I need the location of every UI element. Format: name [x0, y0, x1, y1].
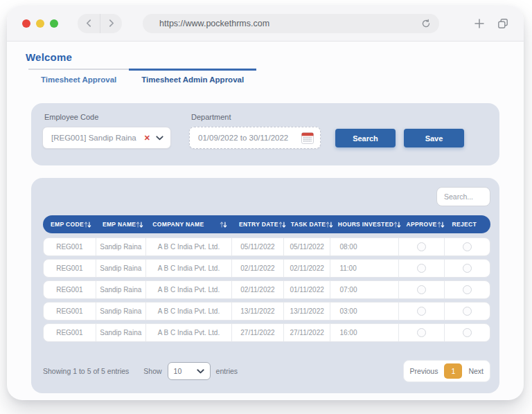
calendar-icon[interactable]: [301, 132, 314, 144]
approve-radio[interactable]: [417, 328, 426, 337]
hours-invested-cell: 16:00: [330, 324, 398, 341]
page-content: Welcome Timesheet Approval Timesheet Adm…: [7, 51, 524, 393]
save-button[interactable]: Save: [404, 129, 464, 147]
sort-icon[interactable]: [84, 221, 91, 228]
back-icon[interactable]: [78, 14, 100, 33]
emp-code-cell: REG001: [44, 324, 96, 341]
new-tab-icon[interactable]: [474, 18, 485, 29]
sort-icon[interactable]: [220, 221, 227, 228]
company-name-cell: A B C India Pvt. Ltd.: [145, 238, 231, 255]
address-bar[interactable]: https://www.pockethrms.com: [143, 14, 439, 33]
browser-window: https://www.pockethrms.com Welcome: [7, 6, 524, 400]
pagination: Previous 1 Next: [403, 360, 490, 382]
hours-invested-cell: 11:00: [330, 260, 398, 277]
column-header[interactable]: TASK DATE: [283, 221, 330, 228]
approve-cell: [398, 303, 444, 320]
column-header[interactable]: COMPANY NAME: [145, 221, 231, 228]
employee-code-label: Employee Code: [44, 113, 171, 121]
entry-date-cell: 13/11/2022: [231, 303, 283, 320]
tab-overview-icon[interactable]: [497, 18, 508, 29]
emp-code-cell: REG001: [44, 303, 96, 320]
emp-name-cell: Sandip Raina: [96, 303, 145, 320]
column-header[interactable]: EMP NAME: [95, 221, 145, 228]
clear-selection-icon[interactable]: ✕: [144, 134, 150, 143]
maximize-window-icon[interactable]: [50, 19, 58, 28]
emp-name-cell: Sandip Raina: [96, 324, 145, 341]
next-page-button[interactable]: Next: [468, 367, 484, 375]
column-header[interactable]: HOURS INVESTED: [330, 221, 399, 228]
table-row: REG001 Sandip Raina A B C India Pvt. Ltd…: [43, 323, 490, 342]
sort-icon[interactable]: [437, 221, 445, 228]
table-panel: EMP CODE EMP NAME: [31, 178, 499, 393]
reject-cell: [444, 238, 490, 255]
filter-panel: Employee Code [REG001] Sandip Raina ✕ De…: [31, 103, 499, 165]
table-header-row: EMP CODE EMP NAME: [43, 215, 490, 233]
entry-date-cell: 05/11/2022: [231, 238, 283, 255]
emp-code-cell: REG001: [44, 238, 96, 255]
showing-entries-text: Showing 1 to 5 of 5 entries: [43, 367, 129, 375]
approve-cell: [398, 324, 444, 341]
column-header[interactable]: ENTRY DATE: [231, 221, 283, 228]
chevron-down-icon: [197, 369, 204, 374]
reject-cell: [444, 324, 490, 341]
approve-cell: [398, 281, 444, 298]
task-date-cell: 13/11/2022: [283, 303, 330, 320]
table-row: REG001 Sandip Raina A B C India Pvt. Ltd…: [43, 302, 490, 321]
employee-code-select[interactable]: [REG001] Sandip Raina ✕: [42, 127, 171, 149]
column-header[interactable]: APPROVE: [399, 221, 445, 228]
department-field-group: Department 01/09/2022 to 30/11/2022: [189, 113, 321, 149]
reject-radio[interactable]: [463, 242, 472, 251]
hours-invested-cell: 03:00: [330, 303, 398, 320]
reject-cell: [444, 260, 490, 277]
column-header[interactable]: EMP CODE: [43, 221, 95, 228]
hours-invested-cell: 07:00: [330, 281, 398, 298]
forward-icon[interactable]: [100, 14, 122, 33]
column-header[interactable]: REJECT: [444, 221, 490, 228]
page-size-select[interactable]: 10: [168, 362, 211, 380]
tab-bar: Timesheet Approval Timesheet Admin Appro…: [28, 69, 506, 84]
task-date-cell: 27/11/2022: [283, 324, 330, 341]
browser-actions: [474, 18, 508, 29]
date-range-value: 01/09/2022 to 30/11/2022: [198, 134, 288, 142]
refresh-icon[interactable]: [421, 19, 431, 28]
emp-code-cell: REG001: [44, 260, 96, 277]
sort-icon[interactable]: [136, 221, 143, 228]
emp-name-cell: Sandip Raina: [96, 281, 145, 298]
reject-radio[interactable]: [463, 285, 472, 294]
browser-toolbar: https://www.pockethrms.com: [7, 6, 524, 42]
approve-radio[interactable]: [417, 242, 426, 251]
emp-name-cell: Sandip Raina: [96, 238, 145, 255]
tab-timesheet-approval[interactable]: Timesheet Approval: [28, 69, 129, 84]
close-window-icon[interactable]: [22, 19, 30, 28]
table-search-input[interactable]: [436, 187, 490, 206]
entry-date-cell: 27/11/2022: [231, 324, 283, 341]
entry-date-cell: 02/11/2022: [231, 281, 283, 298]
employee-code-value: [REG001] Sandip Raina: [51, 134, 136, 142]
company-name-cell: A B C India Pvt. Ltd.: [145, 260, 231, 277]
reject-cell: [444, 281, 490, 298]
entries-label: entries: [216, 367, 238, 375]
table-footer: Showing 1 to 5 of 5 entries Show 10 entr…: [43, 360, 490, 382]
reject-radio[interactable]: [463, 328, 472, 337]
reject-radio[interactable]: [463, 264, 472, 273]
search-button[interactable]: Search: [335, 129, 396, 147]
current-page-button[interactable]: 1: [444, 363, 462, 379]
approve-radio[interactable]: [417, 285, 426, 294]
department-label: Department: [191, 113, 321, 121]
previous-page-button[interactable]: Previous: [410, 367, 438, 375]
page-title: Welcome: [26, 51, 506, 63]
emp-name-cell: Sandip Raina: [96, 260, 145, 277]
approve-radio[interactable]: [417, 307, 426, 316]
nav-buttons: [78, 14, 122, 33]
task-date-cell: 02/11/2022: [283, 260, 330, 277]
table-row: REG001 Sandip Raina A B C India Pvt. Ltd…: [43, 237, 490, 256]
show-label: Show: [143, 367, 161, 375]
date-range-input[interactable]: 01/09/2022 to 30/11/2022: [189, 127, 321, 149]
emp-code-cell: REG001: [44, 281, 96, 298]
minimize-window-icon[interactable]: [36, 19, 44, 28]
reject-radio[interactable]: [463, 307, 472, 316]
task-date-cell: 05/11/2022: [283, 238, 330, 255]
approve-radio[interactable]: [417, 264, 426, 273]
tab-timesheet-admin-approval[interactable]: Timesheet Admin Approval: [129, 69, 256, 84]
page-size-value: 10: [174, 367, 182, 375]
